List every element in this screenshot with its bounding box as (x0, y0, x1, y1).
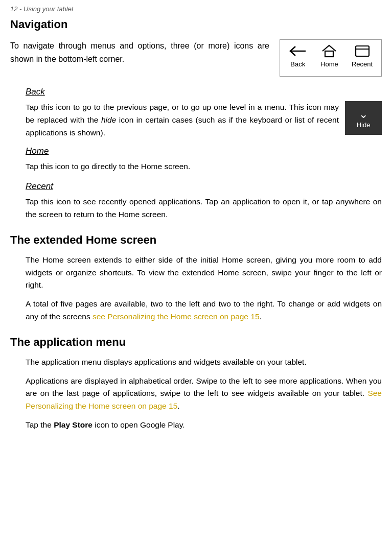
app-menu-para2: Applications are displayed in alphabetic… (26, 375, 382, 413)
app-menu-para2-start: Applications are displayed in alphabetic… (26, 376, 382, 398)
extended-para1: The Home screen extends to either side o… (26, 254, 382, 292)
extended-para2-end: . (260, 312, 262, 321)
extended-home-title: The extended Home screen (10, 233, 382, 247)
recent-subsection-text: Tap this icon to see recently opened app… (26, 196, 382, 221)
back-icon (289, 44, 307, 58)
home-icon (320, 44, 338, 58)
extended-para2: A total of five pages are available, two… (26, 298, 382, 323)
nav-icons-row: Back Home (286, 44, 375, 68)
hide-icon-box: ⌄ Hide (345, 101, 382, 135)
recent-subsection: Recent Tap this icon to see recently ope… (26, 181, 382, 221)
home-icon-label: Home (320, 60, 338, 68)
app-menu-para3-end: icon to open Google Play. (93, 420, 185, 429)
back-subsection: Back ⌄ Hide Tap this icon to go to the p… (10, 87, 382, 139)
recent-icon (353, 44, 372, 58)
back-subsection-content: ⌄ Hide Tap this icon to go to the previo… (26, 101, 382, 139)
home-subsection: Home Tap this icon to go directly to the… (26, 146, 382, 173)
recent-nav-icon-item: Recent (352, 44, 373, 68)
app-menu-para1: The application menu displays applicatio… (26, 356, 382, 369)
svg-rect-2 (356, 46, 369, 56)
recent-subsection-title: Recent (26, 181, 53, 192)
nav-icons-box: Back Home (280, 39, 382, 77)
home-subsection-title: Home (26, 146, 49, 156)
hide-label: Hide (357, 121, 371, 129)
nav-intro-block: To navigate through menus and options, t… (10, 39, 382, 77)
back-subsection-title: Back (26, 87, 45, 97)
app-menu-para3: Tap the Play Store icon to open Google P… (26, 419, 382, 432)
app-menu-para3-bold: Play Store (54, 420, 93, 429)
app-menu-para2-end: . (177, 402, 179, 410)
back-subsection-text: Tap this icon to go to the previous page… (26, 101, 382, 139)
extended-para2-link[interactable]: see Personalizing the Home screen on pag… (93, 312, 260, 321)
home-nav-icon-item: Home (320, 44, 338, 68)
app-menu-title: The application menu (10, 336, 382, 349)
home-subsection-text: Tap this icon to go directly to the Home… (26, 160, 382, 173)
recent-icon-label: Recent (352, 60, 373, 68)
back-icon-label: Back (290, 60, 305, 68)
nav-intro-text: To navigate through menus and options, t… (10, 39, 269, 65)
page-header: 12 - Using your tablet (10, 5, 382, 13)
hide-arrow-icon: ⌄ (359, 108, 368, 121)
back-nav-icon-item: Back (289, 44, 307, 68)
svg-rect-1 (325, 51, 333, 57)
navigation-title: Navigation (10, 18, 382, 31)
app-menu-para3-start: Tap the (26, 420, 54, 429)
